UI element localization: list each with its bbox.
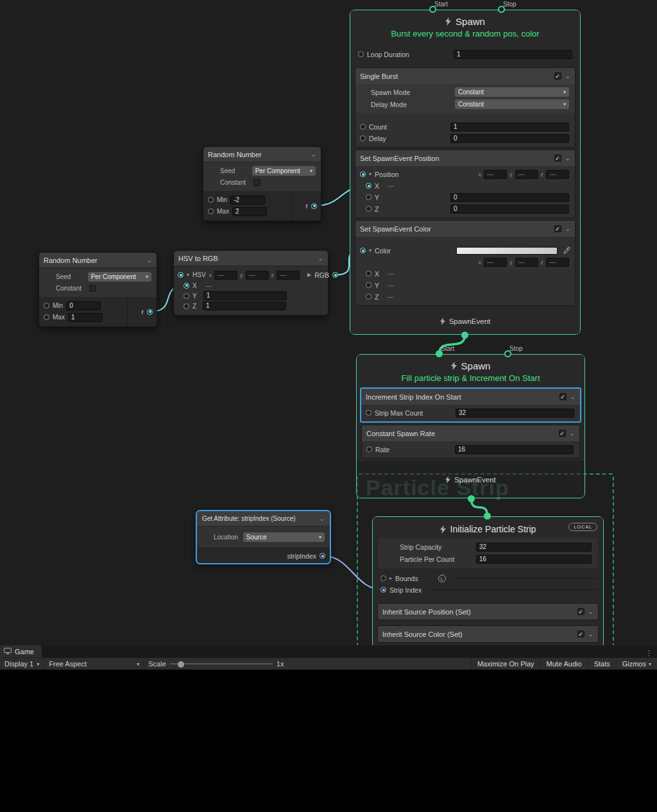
expand-down-icon[interactable]: ▾ <box>187 272 189 278</box>
block-chevron-icon[interactable]: ⌄ <box>565 155 570 162</box>
strip-index-port[interactable] <box>380 587 386 593</box>
x-port[interactable] <box>183 283 189 289</box>
get-attribute-node[interactable]: Get Attribute: stripIndex (Source) ⌄ Loc… <box>196 510 331 564</box>
color-z-field[interactable]: — <box>546 258 569 267</box>
stop-flow-port[interactable] <box>498 6 505 13</box>
loop-duration-port[interactable] <box>358 51 364 57</box>
scale-slider[interactable] <box>170 658 273 670</box>
block-set-spawnevent-position[interactable]: Set SpawnEvent Position ✓ ⌄ ▾ Position x… <box>355 149 576 218</box>
spawn-context-strip[interactable]: Start Stop Spawn Fill particle strip & I… <box>356 354 585 498</box>
block-enabled-checkbox[interactable]: ✓ <box>554 225 561 232</box>
block-enabled-checkbox[interactable]: ✓ <box>559 393 567 400</box>
y-field[interactable]: 1 <box>203 291 287 300</box>
maximize-on-play-button[interactable]: Maximize On Play <box>471 658 540 670</box>
block-inherit-source-position[interactable]: Inherit Source Position (Set) ✓ ⌄ <box>377 603 599 620</box>
loop-duration-field[interactable]: 1 <box>454 50 572 59</box>
position-port[interactable] <box>360 171 366 177</box>
node-header[interactable]: Random Number ⌄ <box>39 253 157 268</box>
color-y-port[interactable] <box>366 282 371 288</box>
block-header[interactable]: Inherit Source Position (Set) ✓ ⌄ <box>378 604 598 620</box>
color-x-field[interactable]: — <box>484 258 507 267</box>
game-view-canvas[interactable] <box>0 670 657 812</box>
y-port[interactable] <box>183 293 189 299</box>
block-single-burst[interactable]: Single Burst ✓ ⌄ Spawn Mode Constant▾ De… <box>355 67 576 148</box>
r-output-port[interactable] <box>311 203 317 209</box>
local-space-badge[interactable]: LOCAL <box>568 523 597 531</box>
node-header[interactable]: HSV to RGB ⌄ <box>174 251 328 266</box>
block-chevron-icon[interactable]: ⌄ <box>565 72 570 80</box>
position-x-port[interactable] <box>366 183 371 189</box>
hsv-z-field[interactable]: — <box>277 271 300 280</box>
block-chevron-icon[interactable]: ⌄ <box>588 608 593 615</box>
constant-checkbox[interactable] <box>253 179 260 186</box>
location-dropdown[interactable]: Source▾ <box>243 532 325 542</box>
random-number-node-top[interactable]: Random Number ⌄ Seed Per Component▾ Cons… <box>203 146 321 221</box>
node-header[interactable]: Get Attribute: stripIndex (Source) ⌄ <box>197 511 330 527</box>
aspect-dropdown[interactable]: Free Aspect▾ <box>44 658 144 670</box>
color-port[interactable] <box>360 248 366 253</box>
color-x-port[interactable] <box>366 271 371 276</box>
min-port[interactable] <box>208 197 214 203</box>
hsv-y-field[interactable]: — <box>246 271 269 280</box>
rgb-output-port[interactable] <box>332 272 338 278</box>
block-inherit-source-color[interactable]: Inherit Source Color (Set) ✓ ⌄ <box>377 625 599 643</box>
block-header[interactable]: Single Burst ✓ ⌄ <box>355 68 575 84</box>
spawn-mode-dropdown[interactable]: Constant▾ <box>455 87 569 97</box>
r-output-port[interactable] <box>147 309 153 315</box>
rate-field[interactable]: 16 <box>455 445 574 454</box>
game-tab[interactable]: Game <box>0 645 42 657</box>
hsv-x-field[interactable]: — <box>214 271 237 280</box>
spawnevent-output-port[interactable] <box>461 332 468 339</box>
position-z-port[interactable] <box>366 206 371 212</box>
position-x-field[interactable]: — <box>484 170 507 179</box>
position-y-port[interactable] <box>366 194 371 200</box>
position-y-field[interactable]: — <box>515 170 538 179</box>
min-port[interactable] <box>44 303 49 309</box>
random-number-node-left[interactable]: Random Number ⌄ Seed Per Component▾ Cons… <box>38 252 157 327</box>
tab-menu-icon[interactable]: ⋮ <box>641 649 657 657</box>
rgb-expand-icon[interactable]: ▶ <box>307 272 311 278</box>
max-field[interactable]: 2 <box>232 207 267 216</box>
block-header[interactable]: Increment Strip Index On Start ✓ ⌄ <box>361 389 580 405</box>
expand-down-icon[interactable]: ▾ <box>369 171 371 177</box>
strip-capacity-field[interactable]: 32 <box>476 543 592 552</box>
expand-right-icon[interactable]: ▸ <box>389 575 392 581</box>
color-y-field[interactable]: — <box>515 258 538 267</box>
block-header[interactable]: Inherit Source Color (Set) ✓ ⌄ <box>378 626 598 642</box>
delay-field[interactable]: 0 <box>450 134 569 143</box>
particle-per-count-field[interactable]: 16 <box>476 555 592 564</box>
block-chevron-icon[interactable]: ⌄ <box>570 393 576 400</box>
collapse-chevron-icon[interactable]: ⌄ <box>318 255 323 262</box>
display-dropdown[interactable]: Display 1▾ <box>0 658 44 670</box>
constant-checkbox[interactable] <box>89 285 96 292</box>
block-enabled-checkbox[interactable]: ✓ <box>577 608 584 615</box>
position-z-field[interactable]: — <box>546 170 569 179</box>
hsv-port[interactable] <box>178 272 183 278</box>
bounds-port[interactable] <box>380 575 386 581</box>
max-port[interactable] <box>44 314 49 320</box>
eyedropper-icon[interactable] <box>563 247 570 254</box>
seed-dropdown[interactable]: Per Component▾ <box>88 272 151 282</box>
y-field[interactable]: 0 <box>450 193 569 202</box>
block-chevron-icon[interactable]: ⌄ <box>570 430 575 437</box>
strip-max-count-field[interactable]: 32 <box>456 409 574 418</box>
block-increment-strip-index[interactable]: Increment Strip Index On Start ✓ ⌄ Strip… <box>360 387 581 423</box>
block-enabled-checkbox[interactable]: ✓ <box>559 430 566 437</box>
block-chevron-icon[interactable]: ⌄ <box>565 225 570 232</box>
block-enabled-checkbox[interactable]: ✓ <box>577 630 584 638</box>
z-field[interactable]: 0 <box>450 205 569 214</box>
collapse-chevron-icon[interactable]: ⌄ <box>311 151 316 158</box>
block-enabled-checkbox[interactable]: ✓ <box>554 155 561 162</box>
start-flow-port[interactable] <box>436 350 443 357</box>
block-constant-spawn-rate[interactable]: Constant Spawn Rate ✓ ⌄ Rate16 <box>361 425 580 459</box>
block-header[interactable]: Constant Spawn Rate ✓ ⌄ <box>362 425 579 441</box>
graph-canvas[interactable]: Particle Strip Random Number ⌄ Seed Per … <box>0 0 657 645</box>
block-enabled-checkbox[interactable]: ✓ <box>554 72 561 80</box>
strip-max-count-port[interactable] <box>366 410 371 416</box>
block-set-spawnevent-color[interactable]: Set SpawnEvent Color ✓ ⌄ ▾ Color x— <box>355 220 576 306</box>
initialize-particle-strip-context[interactable]: LOCAL Initialize Particle Strip Strip Ca… <box>372 516 604 645</box>
collapse-chevron-icon[interactable]: ⌄ <box>147 257 152 264</box>
bounds-mode-icon[interactable]: L <box>438 575 446 582</box>
z-field[interactable]: 1 <box>203 301 286 310</box>
color-z-port[interactable] <box>366 294 371 300</box>
